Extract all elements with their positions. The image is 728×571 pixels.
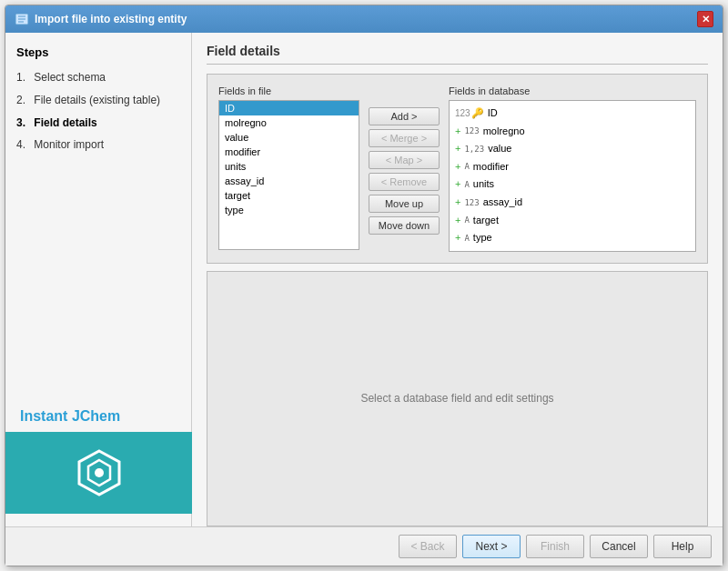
back-button[interactable]: < Back — [399, 535, 457, 558]
db-row: + A target — [453, 212, 692, 230]
main-panel: Field details Fields in file ID molregno… — [192, 33, 723, 526]
sidebar: Steps 1. Select schema 2. File details (… — [5, 33, 192, 526]
content-area: Steps 1. Select schema 2. File details (… — [5, 33, 723, 526]
step-1: 1. Select schema — [16, 70, 180, 85]
field-columns: Fields in file ID molregno value modifie… — [218, 85, 696, 252]
merge-button[interactable]: < Merge > — [369, 129, 440, 147]
db-row: + 123 molregno — [453, 123, 692, 141]
sidebar-icon-box — [5, 432, 192, 514]
list-item[interactable]: modifier — [219, 145, 359, 159]
file-fields-section: Fields in file ID molregno value modifie… — [218, 85, 359, 250]
section-title: Field details — [207, 44, 708, 65]
close-button[interactable]: ✕ — [697, 11, 713, 27]
list-item[interactable]: assay_id — [219, 174, 359, 188]
dialog-icon — [15, 12, 29, 26]
list-item[interactable]: ID — [219, 101, 359, 115]
step-4: 4. Monitor import — [16, 137, 180, 153]
db-fields-list: 123 🔑 ID + 123 molregno — [449, 100, 696, 252]
file-fields-label: Fields in file — [218, 85, 359, 96]
file-fields-listbox[interactable]: ID molregno value modifier units assay_i… — [218, 100, 359, 250]
title-bar: Import file into existing entity ✕ — [5, 5, 723, 33]
list-item[interactable]: target — [219, 188, 359, 203]
import-dialog: Import file into existing entity ✕ Steps… — [5, 5, 723, 566]
steps-list: 1. Select schema 2. File details (existi… — [16, 70, 180, 160]
list-item[interactable]: units — [219, 159, 359, 174]
db-row: + 123 assay_id — [453, 194, 692, 212]
db-row: 123 🔑 ID — [453, 105, 692, 123]
list-item[interactable]: value — [219, 130, 359, 145]
add-button[interactable]: Add > — [369, 107, 440, 125]
dialog-title: Import file into existing entity — [35, 13, 187, 25]
svg-point-6 — [95, 468, 104, 477]
move-up-button[interactable]: Move up — [369, 195, 440, 213]
move-down-button[interactable]: Move down — [369, 216, 440, 235]
next-button[interactable]: Next > — [462, 535, 521, 558]
select-hint-area: Select a database field and edit setting… — [207, 271, 708, 526]
list-item[interactable]: type — [219, 203, 359, 217]
remove-button[interactable]: < Remove — [369, 173, 440, 191]
select-hint: Select a database field and edit setting… — [360, 392, 553, 405]
brand-name: Instant JChem — [16, 408, 120, 425]
sidebar-logo-area: Instant JChem — [16, 408, 180, 514]
field-details-area: Fields in file ID molregno value modifie… — [207, 74, 708, 264]
footer: < Back Next > Finish Cancel Help — [5, 526, 723, 566]
db-row: + 1,23 value — [453, 140, 692, 158]
cancel-button[interactable]: Cancel — [590, 535, 648, 558]
db-row: + A type — [453, 229, 692, 247]
step-2: 2. File details (existing table) — [16, 93, 180, 108]
help-button[interactable]: Help — [653, 535, 712, 558]
db-row: + A units — [453, 175, 692, 194]
map-button[interactable]: < Map > — [369, 151, 440, 169]
title-bar-left: Import file into existing entity — [15, 12, 187, 26]
middle-buttons: Add > < Merge > < Map > < Remove Move up… — [369, 85, 440, 235]
db-fields-label: Fields in database — [449, 85, 696, 96]
finish-button[interactable]: Finish — [526, 535, 584, 558]
hexagon-logo — [74, 447, 125, 498]
sidebar-title: Steps — [16, 45, 180, 59]
db-type-badge: 123 🔑 — [455, 105, 484, 122]
db-row: + A modifier — [453, 158, 692, 176]
list-item[interactable]: molregno — [219, 115, 359, 130]
step-3: 3. Field details — [16, 115, 180, 131]
db-fields-section: Fields in database 123 🔑 ID — [449, 85, 696, 252]
